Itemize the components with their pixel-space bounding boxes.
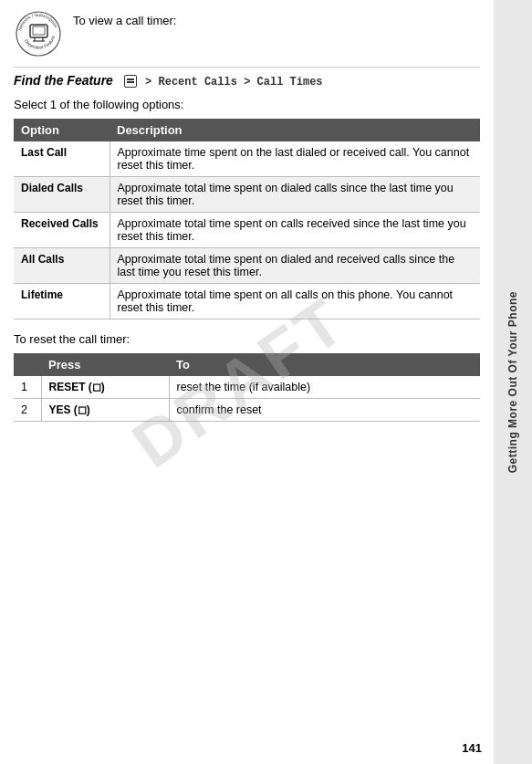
option-cell: Lifetime xyxy=(14,284,110,319)
press-table-body: 1 RESET (◻) reset the time (if available… xyxy=(14,376,480,422)
press-row: 1 RESET (◻) reset the time (if available… xyxy=(14,376,480,399)
menu-icon xyxy=(124,75,137,88)
press-row: 2 YES (◻) confirm the reset xyxy=(14,399,480,422)
option-cell: Last Call xyxy=(14,141,110,177)
description-cell: Approximate total time spent on dialed a… xyxy=(110,248,480,284)
option-cell: All Calls xyxy=(14,248,110,284)
option-cell: Received Calls xyxy=(14,213,110,248)
main-content: Network / Subscription Dependent Feature… xyxy=(0,0,494,764)
select-text: Select 1 of the following options: xyxy=(14,98,480,111)
find-feature-section: Find the Feature > Recent Calls > Call T… xyxy=(14,67,480,89)
options-header-row: Option Description xyxy=(14,119,480,141)
options-row: Received Calls Approximate total time sp… xyxy=(14,213,480,248)
description-cell: Approximate total time spent on calls re… xyxy=(110,213,480,248)
svg-rect-2 xyxy=(33,26,45,35)
description-col-header: Description xyxy=(110,119,480,141)
svg-text:Network / Subscription: Network / Subscription xyxy=(16,12,58,31)
options-row: All Calls Approximate total time spent o… xyxy=(14,248,480,284)
press-table: Press To 1 RESET (◻) reset the time (if … xyxy=(14,353,480,422)
option-col-header: Option xyxy=(14,119,110,141)
description-cell: Approximate time spent on the last diale… xyxy=(110,141,480,177)
right-sidebar: Getting More Out Of Your Phone xyxy=(494,0,532,764)
to-cell: confirm the reset xyxy=(169,399,480,422)
number-col-header xyxy=(14,353,41,376)
description-cell: Approximate total time spent on dialed c… xyxy=(110,177,480,213)
intro-text: To view a call timer: xyxy=(73,9,176,27)
feature-path: > Recent Calls > Call Times xyxy=(124,76,323,89)
options-table-header: Option Description xyxy=(14,119,480,141)
description-cell: Approximate total time spent on all call… xyxy=(110,284,480,319)
reset-text: To reset the call timer: xyxy=(14,332,480,346)
page-number: 141 xyxy=(462,741,482,755)
find-feature-label: Find the Feature xyxy=(14,73,113,88)
press-cell: YES (◻) xyxy=(41,399,169,422)
feature-path-text: > Recent Calls > Call Times xyxy=(145,76,322,89)
top-section: Network / Subscription Dependent Feature… xyxy=(14,9,480,59)
options-table: Option Description Last Call Approximate… xyxy=(14,119,480,319)
press-col-header: Press xyxy=(41,353,169,376)
sidebar-text: Getting More Out Of Your Phone xyxy=(506,291,519,473)
to-col-header: To xyxy=(169,353,480,376)
options-row: Last Call Approximate time spent on the … xyxy=(14,141,480,177)
option-cell: Dialed Calls xyxy=(14,177,110,213)
page-container: DRAFT Getting More Out Of Your Phone xyxy=(0,0,532,764)
options-row: Lifetime Approximate total time spent on… xyxy=(14,284,480,319)
options-row: Dialed Calls Approximate total time spen… xyxy=(14,177,480,213)
press-header-row: Press To xyxy=(14,353,480,376)
row-number-cell: 2 xyxy=(14,399,41,422)
press-table-header: Press To xyxy=(14,353,480,376)
network-subscription-icon: Network / Subscription Dependent Feature xyxy=(14,9,64,59)
row-number-cell: 1 xyxy=(14,376,41,399)
to-cell: reset the time (if available) xyxy=(169,376,480,399)
options-table-body: Last Call Approximate time spent on the … xyxy=(14,141,480,319)
press-cell: RESET (◻) xyxy=(41,376,169,399)
